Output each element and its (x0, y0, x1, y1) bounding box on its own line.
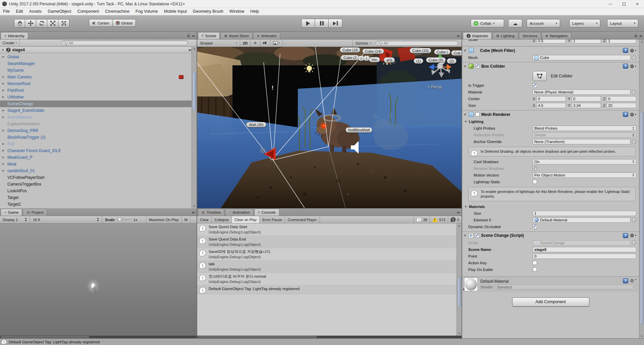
console-error-count[interactable]: !0 (448, 216, 462, 223)
hierarchy-item[interactable]: ▶FlahRoot (0, 87, 192, 94)
console-clear-on-play-button[interactable]: Clear on Play (232, 216, 260, 223)
tab-navigation[interactable]: ◆Navigation (542, 32, 572, 39)
status-bar[interactable]: ! Default GameObject Tag: LightTag alrea… (0, 338, 644, 345)
2d-toggle-button[interactable]: 2D (240, 40, 251, 47)
center-x-field[interactable]: 0 (536, 96, 566, 101)
console-collapse-button[interactable]: Collapse (212, 216, 232, 223)
menu-component[interactable]: Component (74, 8, 102, 15)
scene-object-label[interactable]: Cube ( (434, 49, 450, 55)
is-trigger-checkbox[interactable] (533, 83, 537, 88)
console-connected-playe-button[interactable]: Connected Playe ▾ (285, 216, 320, 223)
center-y-field[interactable]: 0 (572, 96, 601, 101)
mesh-filter-header[interactable]: ▼ Cube (Mesh Filter) ? ⚙▾ (462, 46, 639, 54)
console-info-count[interactable]: !38 (414, 216, 429, 223)
help-icon[interactable]: ? (623, 278, 628, 283)
console-scrollbar[interactable]: ▲ ▼ (457, 223, 462, 336)
scene-object-label[interactable]: Cub (451, 50, 462, 56)
expand-arrow-icon[interactable]: ▶ (2, 116, 4, 119)
scale-slider[interactable]: Scale 1x (102, 216, 146, 223)
tab-services[interactable]: Services (519, 32, 541, 39)
maximize-button[interactable] (617, 0, 631, 8)
console-scroll-up-icon[interactable]: ▲ (458, 224, 461, 227)
motion-vectors-dropdown[interactable]: Per Object Motion (533, 172, 636, 178)
tab-console[interactable]: ≡Console (254, 209, 279, 216)
tab-asset-store[interactable]: ▣Asset Store (220, 32, 253, 39)
inspector-scrollbar[interactable]: ▲ ▼ (639, 40, 644, 338)
hierarchy-item[interactable]: ▶Noll (0, 141, 192, 147)
scene-foldout-icon[interactable]: ▼ (1, 48, 5, 52)
scene-name-field[interactable]: stage5 (533, 247, 636, 252)
gizmos-dropdown[interactable]: Gizmos▾ (353, 40, 374, 47)
hierarchy-item[interactable]: CaptureAnimation (0, 121, 192, 127)
scene-header-row[interactable]: ▼ stage4 ▾≡ (0, 47, 192, 53)
hierarchy-item[interactable]: ▶DemonDog_PBR (0, 127, 192, 134)
expand-arrow-icon[interactable]: ▶ (2, 55, 4, 58)
collab-button[interactable]: ✓ Collab ▾ (471, 19, 504, 27)
create-button[interactable]: Create▾ (0, 40, 20, 47)
mesh-object-picker[interactable] (632, 56, 636, 60)
tab-hierarchy[interactable]: ≡ Hierarchy (1, 32, 28, 39)
expand-arrow-icon[interactable]: ▶ (2, 75, 4, 78)
inspector-scroll-down-icon[interactable]: ▼ (641, 335, 643, 337)
gear-icon[interactable]: ⚙ (630, 233, 634, 238)
physic-material-picker[interactable] (632, 90, 636, 94)
hierarchy-item[interactable]: ▶MonsterRoot (0, 80, 192, 87)
console-log-entry[interactable]: !talkUnityEngine.Debug:Log(Object) (197, 261, 457, 273)
hierarchy-item[interactable]: LookAtPos (0, 188, 192, 194)
play-button[interactable] (301, 19, 315, 28)
hand-tool-button[interactable] (14, 19, 25, 27)
expand-arrow-icon[interactable]: ▶ (2, 162, 4, 165)
scene-audio-toggle[interactable] (260, 40, 270, 47)
tab-timeline[interactable]: ▥Timeline (198, 209, 224, 216)
hierarchy-item[interactable]: ▶EventMonster (0, 114, 192, 121)
hierarchy-item[interactable]: ▶candleSkull_01 (0, 167, 192, 174)
layout-dropdown[interactable]: Layout ▾ (607, 19, 638, 27)
element0-field[interactable]: Default-Material (533, 217, 631, 223)
menu-file[interactable]: File (0, 8, 13, 15)
scroll-up-icon[interactable]: ▲ (193, 48, 196, 50)
lighting-foldout[interactable]: ▼ Lighting (462, 118, 639, 125)
menu-geometry-brush[interactable]: Geometry Brush (190, 8, 226, 15)
scene-object-label[interactable]: (1) (414, 58, 423, 64)
scene-change-enabled-checkbox[interactable] (475, 233, 479, 238)
scale-y-field[interactable]: 1 (572, 40, 601, 44)
scene-context-menu-icon[interactable]: ▾≡ (189, 48, 192, 52)
materials-foldout[interactable]: ▼ Materials (462, 203, 639, 210)
scale-z-field[interactable]: 1 (606, 40, 636, 44)
game-viewport[interactable] (0, 223, 197, 336)
console-error-pause-button[interactable]: Error Pause (260, 216, 285, 223)
size-z-field[interactable]: 20 (606, 103, 636, 108)
add-component-button[interactable]: Add Component (512, 297, 589, 306)
gear-icon[interactable]: ⚙ (630, 64, 634, 69)
scale-slider-track[interactable] (116, 219, 132, 220)
pivot-center-button[interactable]: Center (89, 19, 113, 27)
menu-window[interactable]: Window (226, 8, 247, 15)
scene-effects-dropdown[interactable]: ▾ (270, 40, 283, 47)
scale-slider-knob[interactable] (118, 217, 122, 221)
menu-mobile-input[interactable]: Mobile Input (161, 8, 190, 15)
tab-lighting[interactable]: ▦Lighting (492, 32, 518, 39)
shading-mode-dropdown[interactable]: Shaded▾ (197, 40, 240, 47)
shader-dropdown[interactable]: Standard▾ (495, 284, 636, 289)
gear-icon[interactable]: ⚙ (630, 48, 634, 53)
menu-gameobject[interactable]: GameObject (45, 8, 74, 15)
size-x-field[interactable]: 4.5 (536, 103, 566, 108)
console-log-entry[interactable]: !Save Quest Data StartUnityEngine.Debug:… (197, 223, 457, 236)
menu-help[interactable]: Help (247, 8, 262, 15)
materials-size-field[interactable]: 1 (533, 211, 636, 216)
mute-audio-button-clipped[interactable]: M (182, 216, 191, 223)
hierarchy-item[interactable]: VCFollowPlayerStart (0, 174, 192, 181)
expand-arrow-icon[interactable]: ▶ (2, 89, 4, 92)
expand-arrow-icon[interactable]: ▶ (2, 109, 4, 112)
tab-animation[interactable]: ◔Animation (225, 209, 253, 216)
mesh-renderer-enabled-checkbox[interactable] (475, 112, 480, 117)
mesh-field[interactable]: Cube (533, 55, 631, 60)
console-log-entry[interactable]: !Save02에 정상적으로 저장했습니다.UnityEngine.Debug:… (197, 248, 457, 261)
game-horizontal-scrollbar[interactable] (0, 336, 197, 338)
edit-collider-button[interactable] (533, 71, 547, 81)
hierarchy-item[interactable]: Target (0, 194, 192, 201)
lightmap-static-checkbox[interactable] (533, 180, 537, 184)
inspector-panel-menu[interactable]: ▾≡ (635, 34, 644, 38)
console-warning-count[interactable]: 573 (430, 216, 448, 223)
hierarchy-item[interactable]: SteamManager (0, 60, 192, 67)
